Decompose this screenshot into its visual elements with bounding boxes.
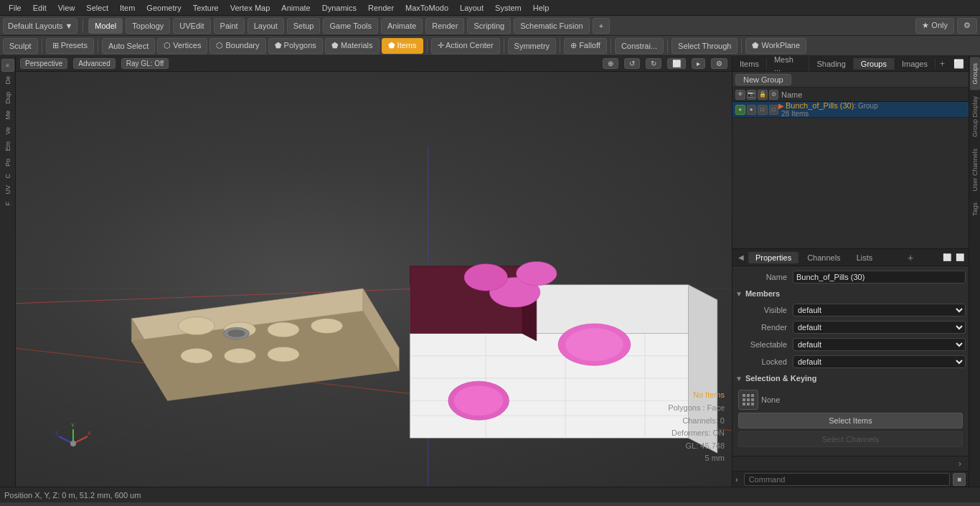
tab-gametools[interactable]: Game Tools xyxy=(323,18,378,34)
col-icon-lock[interactable]: 🔒 xyxy=(758,90,768,100)
tab-channels[interactable]: Channels xyxy=(800,252,847,263)
props-icon2[interactable]: ⬜ xyxy=(954,252,966,263)
list-item-group[interactable]: ● ● □ □ ▶ Bunch_of_Pills (30) : Group 28… xyxy=(732,102,969,118)
rp-expand-btn[interactable]: + xyxy=(936,57,949,70)
command-input[interactable] xyxy=(744,473,950,486)
workplane-btn[interactable]: ⬟ WorkPlane xyxy=(745,38,806,54)
tab-uvedit[interactable]: UVEdit xyxy=(173,18,210,34)
keyframe-grid-icon[interactable] xyxy=(738,390,758,410)
col-icon-gear[interactable]: ⚙ xyxy=(769,90,779,100)
sidebar-item-de[interactable]: De xyxy=(4,73,11,88)
menu-view[interactable]: View xyxy=(52,2,81,14)
select-through-btn[interactable]: Select Through xyxy=(672,38,738,54)
menu-layout[interactable]: Layout xyxy=(454,2,489,14)
menu-help[interactable]: Help xyxy=(527,2,555,14)
layouts-dropdown[interactable]: Default Layouts ▼ xyxy=(3,18,77,34)
menu-texture[interactable]: Texture xyxy=(187,2,225,14)
sel-keying-section[interactable]: ▼ Selection & Keying xyxy=(735,371,966,385)
menu-vertexmap[interactable]: Vertex Map xyxy=(225,2,276,14)
tab-layout[interactable]: Layout xyxy=(248,18,284,34)
props-icon1[interactable]: ⬜ xyxy=(941,252,953,263)
tab-paint[interactable]: Paint xyxy=(214,18,245,34)
viewport-icon2[interactable]: ↺ xyxy=(624,58,640,69)
menu-render[interactable]: Render xyxy=(362,2,400,14)
new-group-btn[interactable]: New Group xyxy=(735,74,791,85)
action-center-btn[interactable]: ✛ Action Center xyxy=(431,38,500,54)
tab-model[interactable]: Model xyxy=(88,18,123,34)
menu-maxtomodo[interactable]: MaxToModo xyxy=(400,2,454,14)
locked-select[interactable]: default on off xyxy=(793,355,966,368)
tab-animate[interactable]: Animate xyxy=(381,18,423,34)
members-section[interactable]: ▼ Members xyxy=(735,286,966,301)
tab-mesh[interactable]: Mesh ... xyxy=(767,54,810,74)
sidebar-item-f[interactable]: F xyxy=(4,199,11,209)
menu-animate[interactable]: Animate xyxy=(275,2,316,14)
props-tab-add[interactable]: + xyxy=(905,252,916,263)
presets-btn[interactable]: ⊞ Presets xyxy=(46,38,94,54)
tab-schematic-fusion[interactable]: Schematic Fusion xyxy=(514,18,589,34)
viewport-icon1[interactable]: ⊕ xyxy=(603,58,618,69)
col-icon-camera[interactable]: 📷 xyxy=(747,90,757,100)
tab-shading[interactable]: Shading xyxy=(809,58,853,70)
star-only-btn[interactable]: ★ Only xyxy=(915,18,954,34)
sidebar-item-em[interactable]: Em xyxy=(4,139,11,154)
auto-select-btn[interactable]: Auto Select xyxy=(102,38,155,54)
vtab-groups[interactable]: Groups xyxy=(970,57,980,90)
selectable-select[interactable]: default on off xyxy=(793,338,966,351)
sidebar-item-dup[interactable]: Dup xyxy=(4,89,11,107)
viewport-icon5[interactable]: ▸ xyxy=(692,58,705,69)
expand-right-btn[interactable]: › xyxy=(954,458,966,469)
tab-setup[interactable]: Setup xyxy=(287,18,321,34)
command-execute-btn[interactable]: ■ xyxy=(953,473,966,486)
viewport-shading-btn[interactable]: Advanced xyxy=(73,58,115,69)
boundary-btn[interactable]: ⬡ Boundary xyxy=(209,38,265,54)
sidebar-item-c[interactable]: C xyxy=(4,171,11,182)
tab-images[interactable]: Images xyxy=(895,58,936,70)
tab-scripting[interactable]: Scripting xyxy=(467,18,511,34)
viewport-canvas[interactable]: No Items Polygons : Face Channels: 0 Def… xyxy=(16,72,732,487)
menu-edit[interactable]: Edit xyxy=(27,2,52,14)
sidebar-item-uv[interactable]: UV xyxy=(4,182,11,197)
tab-groups[interactable]: Groups xyxy=(854,58,895,70)
sidebar-item-ve[interactable]: Ve xyxy=(4,124,11,138)
sidebar-item-me[interactable]: Me xyxy=(4,108,11,123)
polygons-btn[interactable]: ⬟ Polygons xyxy=(268,38,323,54)
sculpt-btn[interactable]: Sculpt xyxy=(3,38,38,54)
vtab-user-channels[interactable]: User Channels xyxy=(970,143,980,197)
tab-add[interactable]: + xyxy=(593,18,610,34)
item-icon-eye[interactable]: ● xyxy=(735,105,745,115)
gear-btn[interactable]: ⚙ xyxy=(957,18,977,34)
vtab-group-display[interactable]: Group Display xyxy=(970,90,980,143)
constraints-btn[interactable]: Constrai... xyxy=(615,38,664,54)
falloff-btn[interactable]: ⊕ Falloff xyxy=(564,38,607,54)
tab-topology[interactable]: Topology xyxy=(126,18,170,34)
materials-btn[interactable]: ⬟ Materials xyxy=(325,38,380,54)
symmetry-btn[interactable]: Symmetry xyxy=(508,38,557,54)
viewport-icon4[interactable]: ⬜ xyxy=(667,58,686,69)
item-icon-vis[interactable]: □ xyxy=(769,105,779,115)
menu-dynamics[interactable]: Dynamics xyxy=(316,2,362,14)
rp-collapse-btn[interactable]: ⬜ xyxy=(949,57,969,70)
select-items-btn[interactable]: Select Items xyxy=(738,413,963,428)
viewport-perspective-btn[interactable]: Perspective xyxy=(20,58,67,69)
col-icon-eye[interactable]: 👁 xyxy=(735,90,745,100)
tab-properties[interactable]: Properties xyxy=(748,252,798,263)
tab-render[interactable]: Render xyxy=(425,18,464,34)
viewport-raygl-btn[interactable]: Ray GL: Off xyxy=(121,58,169,69)
menu-file[interactable]: File xyxy=(3,2,27,14)
visible-select[interactable]: default on off xyxy=(793,304,966,317)
name-input[interactable] xyxy=(793,271,966,284)
menu-geometry[interactable]: Geometry xyxy=(141,2,187,14)
menu-select[interactable]: Select xyxy=(80,2,114,14)
sidebar-item-po[interactable]: Po xyxy=(4,156,11,169)
tab-items[interactable]: Items xyxy=(732,58,767,70)
viewport-settings-icon[interactable]: ⚙ xyxy=(711,58,727,69)
viewport-icon3[interactable]: ↻ xyxy=(646,58,661,69)
item-icon-render[interactable]: ● xyxy=(747,105,757,115)
menu-item[interactable]: Item xyxy=(114,2,141,14)
sidebar-toggle[interactable]: ≡ xyxy=(1,59,14,72)
tab-lists[interactable]: Lists xyxy=(849,252,880,263)
vertices-btn[interactable]: ⬡ Vertices xyxy=(157,38,207,54)
items-btn[interactable]: ⬟ Items xyxy=(382,38,423,54)
props-collapse-icon[interactable]: ◀ xyxy=(735,252,747,263)
